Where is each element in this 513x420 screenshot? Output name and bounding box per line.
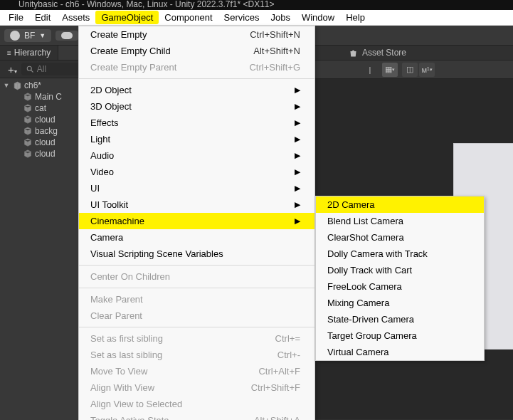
menu-item-label: Light — [90, 134, 295, 145]
menu-item-label: State-Driven Camera — [327, 314, 470, 325]
menu-item-component[interactable]: Component — [159, 11, 218, 24]
svg-point-0 — [27, 66, 31, 70]
menu-item-light[interactable]: Light▶ — [79, 131, 314, 147]
menu-item-make-parent: Make Parent — [79, 291, 314, 308]
svg-line-1 — [31, 70, 33, 73]
menu-item-shortcut: Ctrl+= — [261, 333, 300, 344]
submenu-caret-icon: ▶ — [295, 118, 300, 127]
menu-item-jobs[interactable]: Jobs — [265, 11, 295, 24]
gameobject-icon — [23, 93, 33, 101]
menu-item-cinemachine[interactable]: Cinemachine▶ — [79, 213, 314, 229]
menu-item-2d-camera[interactable]: 2D Camera — [316, 196, 484, 213]
menu-item-label: Cinemachine — [90, 216, 295, 226]
menu-item-label: Align View to Selected — [90, 399, 300, 409]
gameobject-menu: Create EmptyCtrl+Shift+NCreate Empty Chi… — [78, 26, 315, 420]
menu-item-label: Move To View — [90, 366, 244, 377]
menu-item-label: Align With View — [90, 382, 237, 393]
submenu-caret-icon: ▶ — [295, 200, 300, 209]
menu-item-dolly-track-with-cart[interactable]: Dolly Track with Cart — [316, 262, 484, 278]
menu-item-help[interactable]: Help — [340, 11, 371, 24]
menu-item-effects[interactable]: Effects▶ — [79, 115, 314, 131]
menu-item-label: Visual Scripting Scene Variables — [90, 248, 300, 259]
menu-item-label: UI — [90, 183, 295, 194]
menu-item-label: Make Parent — [90, 294, 300, 305]
menu-item-virtual-camera[interactable]: Virtual Camera — [316, 344, 484, 360]
audio-button[interactable]: м¹▾ — [419, 63, 435, 77]
menu-item-mixing-camera[interactable]: Mixing Camera — [316, 295, 484, 311]
menu-item-2d-object[interactable]: 2D Object▶ — [79, 82, 314, 98]
cloud-button[interactable] — [55, 31, 78, 41]
submenu-caret-icon: ▶ — [295, 216, 300, 226]
menu-item-label: Dolly Track with Cart — [327, 265, 470, 275]
menu-item-services[interactable]: Services — [218, 11, 265, 24]
menu-item-label: Create Empty Child — [90, 46, 239, 56]
menu-item-shortcut: Ctrl+Shift+G — [235, 62, 300, 73]
search-placeholder: All — [37, 64, 46, 74]
menu-item-clear-parent: Clear Parent — [79, 308, 314, 324]
menu-item-label: Create Empty — [90, 29, 236, 40]
menu-item-shortcut: Ctrl+Shift+F — [237, 382, 300, 393]
expand-toggle[interactable]: ▼ — [3, 82, 10, 89]
create-button[interactable]: +▾ — [4, 63, 21, 75]
menu-item-window[interactable]: Window — [296, 11, 340, 24]
menu-item-assets[interactable]: Assets — [56, 11, 95, 24]
hierarchy-item-label: cloud — [35, 115, 55, 125]
menu-item-create-empty[interactable]: Create EmptyCtrl+Shift+N — [79, 26, 314, 43]
submenu-caret-icon: ▶ — [295, 167, 300, 177]
menu-item-label: Effects — [90, 117, 295, 128]
menu-item-3d-object[interactable]: 3D Object▶ — [79, 98, 314, 115]
window-titlebar: Unitybasic - ch6 - Windows, Mac, Linux -… — [0, 0, 513, 10]
menu-item-set-as-first-sibling: Set as first siblingCtrl+= — [79, 330, 314, 347]
gameobject-icon — [23, 149, 33, 158]
account-menu[interactable]: BF ▼ — [4, 29, 51, 42]
menu-item-label: UI Toolkit — [90, 199, 295, 210]
gameobject-icon — [23, 138, 33, 147]
menu-item-gameobject[interactable]: GameObject — [95, 11, 159, 24]
account-icon — [10, 31, 20, 41]
submenu-caret-icon: ▶ — [295, 102, 300, 111]
asset-store-tab[interactable]: Asset Store — [349, 48, 406, 58]
menu-separator — [79, 78, 314, 79]
grid-button[interactable]: ▦▾ — [382, 63, 398, 77]
menu-item-freelook-camera[interactable]: FreeLook Camera — [316, 278, 484, 295]
menu-item-label: 2D Object — [90, 85, 295, 95]
hierarchy-tab[interactable]: ≡ Hierarchy — [0, 46, 58, 60]
menu-item-shortcut: Ctrl+Alt+F — [244, 366, 300, 377]
menu-item-target-group-camera[interactable]: Target Group Camera — [316, 327, 484, 344]
scene-label: ch6* — [24, 80, 41, 90]
chevron-down-icon: ▼ — [39, 32, 46, 39]
hierarchy-item-label: cloud — [35, 149, 55, 159]
menu-item-label: Set as last sibling — [90, 350, 263, 360]
menu-item-edit[interactable]: Edit — [29, 11, 56, 24]
menu-item-set-as-last-sibling: Set as last siblingCtrl+- — [79, 347, 314, 363]
menu-item-create-empty-parent: Create Empty ParentCtrl+Shift+G — [79, 59, 314, 75]
gameobject-icon — [23, 115, 33, 124]
menu-item-toggle-active-state: Toggle Active StateAlt+Shift+A — [79, 412, 314, 420]
submenu-caret-icon: ▶ — [295, 151, 300, 160]
menu-item-label: Toggle Active State — [90, 415, 240, 420]
menu-item-label: Mixing Camera — [327, 298, 470, 308]
menu-item-video[interactable]: Video▶ — [79, 164, 314, 180]
snap-button[interactable]: ◫ — [402, 63, 418, 77]
menu-item-file[interactable]: File — [3, 11, 29, 24]
menu-item-ui-toolkit[interactable]: UI Toolkit▶ — [79, 196, 314, 213]
menu-item-blend-list-camera[interactable]: Blend List Camera — [316, 213, 484, 229]
menu-item-center-on-children: Center On Children — [79, 268, 314, 285]
menu-item-audio[interactable]: Audio▶ — [79, 147, 314, 164]
menu-item-align-view-to-selected: Align View to Selected — [79, 396, 314, 412]
menu-separator — [79, 265, 314, 266]
menu-item-visual-scripting-scene-variables[interactable]: Visual Scripting Scene Variables — [79, 246, 314, 262]
menu-item-state-driven-camera[interactable]: State-Driven Camera — [316, 311, 484, 327]
menu-item-label: Video — [90, 167, 295, 177]
menu-item-camera[interactable]: Camera — [79, 229, 314, 246]
menu-item-label: Set as first sibling — [90, 333, 261, 344]
submenu-caret-icon: ▶ — [295, 184, 300, 193]
menu-item-dolly-camera-with-track[interactable]: Dolly Camera with Track — [316, 246, 484, 262]
menu-item-label: Virtual Camera — [327, 347, 470, 357]
hierarchy-item-label: cloud — [35, 137, 55, 147]
menu-item-create-empty-child[interactable]: Create Empty ChildAlt+Shift+N — [79, 43, 314, 59]
asset-store-label: Asset Store — [362, 48, 406, 58]
menu-item-ui[interactable]: UI▶ — [79, 180, 314, 196]
menu-item-label: Target Group Camera — [327, 330, 470, 341]
menu-item-clearshot-camera[interactable]: ClearShot Camera — [316, 229, 484, 246]
